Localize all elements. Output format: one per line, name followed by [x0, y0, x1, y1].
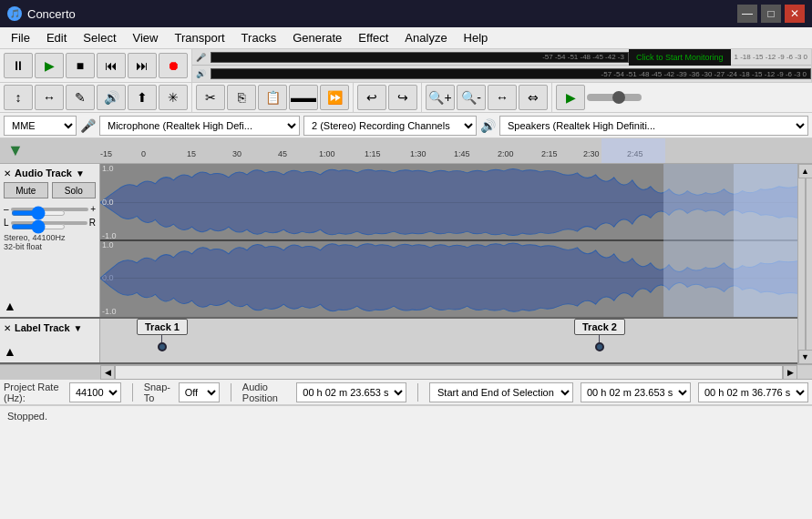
playback-volume-slider[interactable] — [587, 94, 642, 101]
fit-selection-button[interactable]: ⇔ — [519, 85, 548, 110]
svg-text:1:45: 1:45 — [454, 149, 470, 158]
menu-tracks[interactable]: Tracks — [234, 29, 284, 46]
audio-track-dropdown-icon[interactable]: ▼ — [76, 168, 85, 178]
project-rate-label: Project Rate (Hz): — [4, 382, 62, 403]
gain-slider[interactable] — [11, 210, 66, 216]
track-expand-button[interactable]: ▲ — [4, 299, 96, 313]
svg-text:-1.0: -1.0 — [102, 231, 117, 240]
start-monitoring-button[interactable]: Click to Start Monitoring — [629, 49, 731, 66]
menu-generate[interactable]: Generate — [285, 29, 349, 46]
ruler-ticks: -15 0 15 30 45 1:00 1:15 1:30 1:45 2:00 … — [100, 138, 812, 163]
track-info: Stereo, 44100Hz 32-bit float — [4, 233, 96, 251]
settings-row: Project Rate (Hz): 44100 Snap-To Off Aud… — [0, 380, 812, 405]
label-track-dropdown-icon[interactable]: ▼ — [74, 323, 83, 333]
star-tool[interactable]: ✳ — [159, 85, 188, 110]
scroll-up-button[interactable]: ▲ — [798, 164, 813, 178]
svg-text:15: 15 — [187, 149, 196, 158]
speaker-select[interactable]: Speakers (Realtek High Definiti... — [499, 116, 808, 136]
horizontal-scroll-row[interactable]: ◀ ▶ — [0, 364, 812, 379]
svg-text:-15: -15 — [100, 149, 112, 158]
selection-type-select[interactable]: Start and End of Selection — [429, 382, 573, 402]
audio-track-name: Audio Track — [15, 168, 72, 178]
host-select[interactable]: MME — [4, 116, 77, 136]
zoom-out-button[interactable]: 🔍- — [457, 85, 486, 110]
redo-button[interactable]: ↪ — [388, 85, 417, 110]
menu-edit[interactable]: Edit — [39, 29, 74, 46]
multi-tool[interactable]: 🔊 — [97, 85, 126, 110]
vu-scale-top: -57 -54 -51 -48 -45 -42 -3 — [539, 53, 628, 61]
menu-select[interactable]: Select — [76, 29, 123, 46]
undo-button[interactable]: ↩ — [357, 85, 386, 110]
close-button[interactable]: ✕ — [785, 5, 805, 23]
svg-text:2:00: 2:00 — [498, 149, 514, 158]
selection-start-input[interactable]: 00 h 02 m 23.653 s — [581, 382, 691, 402]
cut-button[interactable]: ✂ — [196, 85, 225, 110]
mic-select[interactable]: Microphone (Realtek High Defi... — [99, 116, 300, 136]
scroll-down-button[interactable]: ▼ — [798, 350, 813, 364]
zoom-select-tool[interactable]: ↔ — [35, 85, 64, 110]
menu-bar: File Edit Select View Transport Tracks G… — [0, 27, 812, 49]
app-icon: 🎵 — [7, 6, 22, 21]
project-rate-select[interactable]: 44100 — [69, 382, 121, 402]
svg-text:1.0: 1.0 — [102, 164, 114, 173]
fit-project-button[interactable]: ↔ — [488, 85, 517, 110]
track2-label: Track 2 — [574, 319, 625, 351]
stop-button[interactable]: ■ — [66, 53, 95, 78]
channels-select[interactable]: 2 (Stereo) Recording Channels — [303, 116, 477, 136]
playback-btn[interactable]: ▶ — [556, 85, 585, 110]
vertical-scrollbar[interactable]: ▲ ▼ — [797, 164, 812, 364]
menu-file[interactable]: File — [4, 29, 37, 46]
audio-track-close[interactable]: ✕ — [4, 168, 11, 178]
audio-position-input[interactable]: 00 h 02 m 23.653 s — [296, 382, 406, 402]
tool-select-section: ↕ ↔ ✎ 🔊 ⬆ ✳ — [0, 83, 192, 112]
svg-text:2:15: 2:15 — [541, 149, 558, 158]
undo-section: ↩ ↪ — [354, 83, 422, 112]
skip-fwd-button[interactable]: ⏭ — [128, 53, 157, 78]
solo-button[interactable]: Solo — [52, 182, 97, 198]
menu-analyze[interactable]: Analyze — [397, 29, 454, 46]
play-button[interactable]: ▶ — [35, 53, 64, 78]
timeline-ruler: ▼ -15 0 15 30 45 1:00 1:15 1:30 1:45 2:0… — [0, 138, 812, 164]
menu-effect[interactable]: Effect — [351, 29, 396, 46]
track2-flag[interactable]: Track 2 — [574, 319, 625, 335]
pan-l-label: L — [4, 218, 9, 228]
cursor-tool[interactable]: ↕ — [4, 85, 33, 110]
scroll-track-h[interactable] — [115, 365, 783, 380]
gain-slider-container — [11, 208, 89, 211]
scroll-track-v[interactable] — [805, 178, 807, 350]
pan-slider[interactable] — [11, 224, 66, 229]
mute-button[interactable]: Mute — [4, 182, 48, 198]
trim-button[interactable]: ⏩ — [320, 85, 349, 110]
copy-button[interactable]: ⎘ — [227, 85, 256, 110]
draw-tool[interactable]: ✎ — [66, 85, 95, 110]
snap-to-select[interactable]: Off — [179, 382, 220, 402]
label-track-content[interactable]: Track 1 Track 2 — [100, 319, 797, 362]
pause-button[interactable]: ⏸ — [4, 53, 33, 78]
maximize-button[interactable]: □ — [761, 5, 781, 23]
selection-end-input[interactable]: 00 h 02 m 36.776 s — [698, 382, 808, 402]
track1-flag[interactable]: Track 1 — [137, 319, 188, 335]
transport-toolbar: ⏸ ▶ ■ ⏮ ⏭ ⏺ — [0, 49, 192, 82]
zoom-in-button[interactable]: 🔍+ — [426, 85, 455, 110]
menu-transport[interactable]: Transport — [167, 29, 231, 46]
track2-stick — [599, 335, 600, 342]
minimize-button[interactable]: — — [737, 5, 757, 23]
svg-text:30: 30 — [232, 149, 242, 158]
audio-track: ✕ Audio Track ▼ Mute Solo – + L — [0, 164, 797, 319]
paste-button[interactable]: 📋 — [258, 85, 287, 110]
snap-to-label: Snap-To — [144, 382, 171, 403]
tools-row: ↕ ↔ ✎ 🔊 ⬆ ✳ ✂ ⎘ 📋 ▬▬ ⏩ ↩ ↪ 🔍+ 🔍- ↔ ⇔ ▶ — [0, 83, 812, 113]
menu-help[interactable]: Help — [457, 29, 496, 46]
up-tool[interactable]: ⬆ — [128, 85, 157, 110]
silence-button[interactable]: ▬▬ — [289, 85, 318, 110]
label-track-close[interactable]: ✕ — [4, 323, 11, 333]
skip-back-button[interactable]: ⏮ — [97, 53, 126, 78]
scroll-left-button[interactable]: ◀ — [100, 365, 115, 380]
label-track-expand[interactable]: ▲ — [4, 344, 96, 359]
scroll-right-button[interactable]: ▶ — [783, 365, 797, 380]
svg-rect-13 — [601, 138, 665, 163]
record-button[interactable]: ⏺ — [159, 53, 188, 78]
svg-text:2:30: 2:30 — [583, 149, 600, 158]
waveform-area[interactable]: 1.0 0.0 -1.0 1.0 0.0 -1.0 — [100, 164, 797, 317]
menu-view[interactable]: View — [126, 29, 166, 46]
